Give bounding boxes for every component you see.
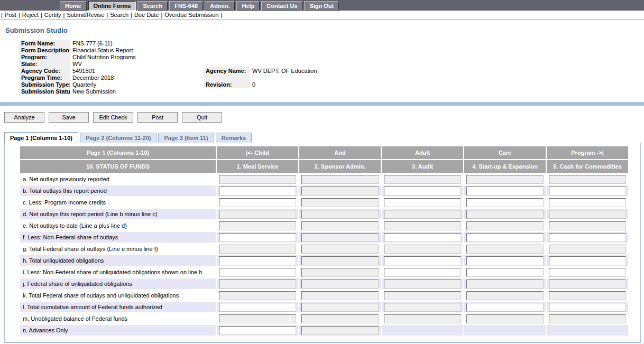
meta-label-2: Revision: [204,81,250,88]
analyze-button[interactable]: Analyze [4,112,44,123]
meta-label: Agency Code: [19,67,70,74]
grid-cell [217,197,298,208]
fund-input-i-col5[interactable] [549,268,626,277]
meta-label-2 [204,40,250,47]
toolbar-link-certify[interactable]: Certify [44,12,61,18]
grid-cell [547,197,628,208]
fund-input-g-col5 [549,245,626,254]
nav-search[interactable]: Search [137,1,168,11]
toolbar-link-overdue-submission[interactable]: Overdue Submission [164,12,218,18]
grid-cell [547,232,628,243]
meta-label-2 [204,88,250,95]
nav-home[interactable]: Home [60,1,87,11]
fund-input-c-col5[interactable] [549,198,626,207]
toolbar-link-due-date[interactable]: Due Date [134,12,159,18]
fund-input-c-col3[interactable] [384,198,461,207]
table-row: n. Advances Only [20,325,628,336]
nav-contact-us[interactable]: Contact Us [261,1,302,11]
grid-header-row-group: Page 1 (Columns 1-10)|<- ChildAndAdultCa… [20,146,628,159]
row-label: l. Total cumulative amount of Federal fu… [20,302,216,312]
fund-input-c-col4[interactable] [466,198,544,207]
fund-input-h-col4[interactable] [466,256,544,265]
quit-button[interactable]: Quit [182,112,222,123]
meta-value-2 [250,74,640,81]
fund-input-m-col5 [549,314,626,323]
fund-input-f-col3[interactable] [384,233,461,242]
fund-input-l-col4[interactable] [466,303,544,312]
tab-page-1-columns-1-10[interactable]: Page 1 (Columns 1-10) [4,132,78,143]
fund-input-g-col3 [384,245,461,254]
grid-cell [217,244,298,254]
meta-value: Financial Status Report [70,47,204,53]
grid-cell [547,267,628,277]
grid-cell [464,290,546,301]
meta-value: FNS-777 (6-11) [70,40,204,47]
toolbar-link-submit-revise[interactable]: Submit/Revise [67,12,104,18]
nav-fns-648[interactable]: FNS-648 [169,1,203,11]
edit-check-button[interactable]: Edit Check [93,112,133,123]
fund-input-h-col3[interactable] [384,256,461,265]
grid-cell [382,174,463,184]
form-info-row: State:WV [19,60,640,67]
fund-input-i-col1[interactable] [219,268,296,277]
fund-input-f-col5[interactable] [549,233,626,242]
nav-admin[interactable]: Admin. [205,1,235,11]
meta-label-2 [204,60,250,67]
toolbar-link-search[interactable]: Search [110,12,128,18]
fund-input-h-col1[interactable] [219,256,296,265]
fund-input-l-col5[interactable] [549,303,626,312]
save-button[interactable]: Save [49,112,89,123]
table-row: i. Less: Non-Federal share of unliquidat… [20,267,628,277]
post-button[interactable]: Post [137,112,178,123]
fund-input-i-col3[interactable] [384,268,461,277]
grid-cell [547,174,628,184]
table-row: d. Net outlays this report period (Line … [20,209,628,219]
toolbar-link-reject[interactable]: Reject [22,12,39,18]
nav-help[interactable]: Help [236,1,260,11]
table-row: k. Total Federal share of outlays and un… [20,290,628,301]
fund-input-f-col4[interactable] [466,233,544,242]
fund-input-n-col1[interactable] [219,326,296,335]
meta-label-2: Agency Name: [204,67,250,74]
nav-sign-out[interactable]: Sign Out [304,1,339,11]
grid-cell [464,255,546,266]
fund-input-b-col4[interactable] [466,187,544,196]
fund-input-b-col2 [301,187,379,196]
row-label: f. Less: Non-Federal share of outlays [20,232,216,243]
fund-input-f-col1[interactable] [219,233,296,242]
grid-cell [547,255,628,266]
separator-bar [0,102,644,106]
grid-cell [464,174,546,184]
form-info-table: Form Name:FNS-777 (6-11)Form Description… [19,40,640,95]
form-info-row: Submission Type:QuarterlyRevision:0 [19,81,640,88]
grid-cell [382,313,463,324]
fund-input-a-col2 [301,175,379,184]
fund-input-m-col3 [384,314,461,323]
fund-input-e-col5 [549,221,626,230]
grid-cell [299,197,381,208]
pipe-separator: | [161,12,162,18]
fund-input-h-col5[interactable] [549,256,626,265]
fund-input-b-col3[interactable] [384,187,461,196]
grid-cell [382,278,463,289]
fund-input-d-col1 [219,210,296,219]
tab-remarks[interactable]: Remarks [216,133,252,143]
meta-label: State: [19,60,70,67]
fund-input-l-col1[interactable] [219,303,296,312]
fund-input-j-col3 [384,280,461,289]
tab-page-3-item-11[interactable]: Page 3 (Item 11) [158,133,214,143]
fund-input-b-col5[interactable] [549,187,626,196]
pipe-separator: | [63,12,65,18]
grid-cell [464,244,546,254]
tab-page-2-columns-11-20[interactable]: Page 2 (Columns 11-20) [80,133,157,143]
fund-input-c-col1[interactable] [219,198,296,207]
grid-cell [382,325,463,336]
fund-input-b-col1[interactable] [219,187,296,196]
grid-header-cell: And [299,146,381,159]
meta-value-2: 0 [250,81,640,88]
nav-online-forms[interactable]: Online Forms [88,1,136,11]
fund-input-i-col4[interactable] [466,268,544,277]
form-info-row: Program:Child Nutrition Programs [19,53,640,60]
grid-cell [217,209,298,219]
toolbar-link-post[interactable]: Post [5,12,16,18]
